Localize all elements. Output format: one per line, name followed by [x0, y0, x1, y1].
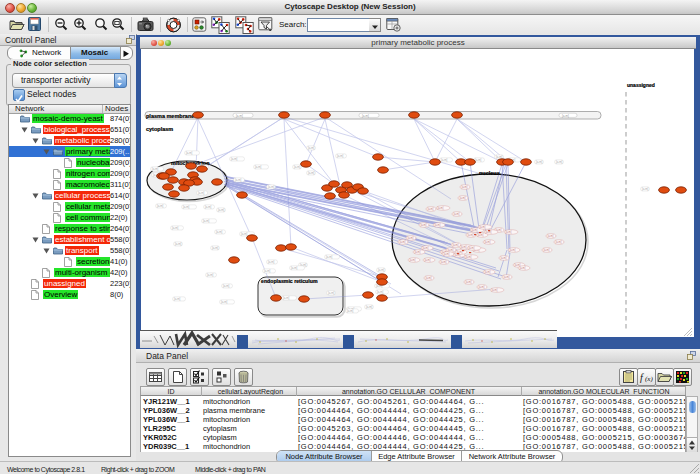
svg-text:[a-m]: [a-m]	[291, 266, 298, 270]
svg-text:[a-m]: [a-m]	[501, 256, 507, 260]
svg-text:[a-m]: [a-m]	[562, 114, 569, 118]
svg-text:[a-m]: [a-m]	[308, 146, 315, 150]
svg-text:[a-m]: [a-m]	[428, 207, 434, 211]
svg-text:[a-m]: [a-m]	[203, 219, 210, 223]
svg-text:[a-m]: [a-m]	[454, 212, 460, 216]
svg-text:[a-m]: [a-m]	[444, 252, 450, 256]
svg-text:[a-m]: [a-m]	[468, 233, 474, 237]
svg-text:[a-m]: [a-m]	[642, 187, 649, 191]
svg-text:[a-m]: [a-m]	[216, 230, 223, 234]
svg-text:[a-m]: [a-m]	[255, 165, 262, 169]
svg-text:[a-m]: [a-m]	[485, 270, 491, 274]
svg-text:f: f	[640, 372, 644, 383]
svg-text:nucleus: nucleus	[479, 170, 500, 176]
svg-text:[a-m]: [a-m]	[544, 248, 550, 252]
svg-text:[a-m]: [a-m]	[448, 248, 454, 252]
svg-text:[a-m]: [a-m]	[400, 240, 406, 244]
svg-text:[a-m]: [a-m]	[453, 243, 459, 247]
svg-text:[a-m]: [a-m]	[308, 171, 315, 175]
svg-text:[a-m]: [a-m]	[469, 246, 475, 250]
svg-text:[a-m]: [a-m]	[441, 158, 448, 162]
svg-text:[a-m]: [a-m]	[362, 114, 369, 118]
svg-text:[a-m]: [a-m]	[466, 255, 472, 259]
svg-text:endoplasmic reticulum: endoplasmic reticulum	[261, 278, 318, 284]
svg-text:unassigned: unassigned	[627, 82, 655, 88]
svg-text:[a-m]: [a-m]	[426, 276, 432, 280]
svg-text:[a-m]: [a-m]	[504, 275, 510, 279]
svg-text:[a-m]: [a-m]	[408, 236, 414, 240]
svg-text:[a-m]: [a-m]	[556, 160, 563, 164]
svg-text:[a-m]: [a-m]	[461, 245, 467, 249]
svg-text:cytoplasm: cytoplasm	[146, 126, 173, 132]
svg-text:[a-m]: [a-m]	[152, 167, 159, 171]
svg-text:[a-m]: [a-m]	[268, 260, 275, 264]
svg-text:[a-m]: [a-m]	[441, 260, 447, 264]
svg-text:[a-m]: [a-m]	[510, 248, 516, 252]
svg-text:[a-m]: [a-m]	[231, 157, 238, 161]
svg-text:[a-m]: [a-m]	[377, 290, 384, 294]
svg-text:[a-m]: [a-m]	[175, 242, 182, 246]
svg-text:[a-m]: [a-m]	[264, 269, 271, 273]
svg-text:[a-m]: [a-m]	[485, 240, 491, 244]
svg-text:[a-m]: [a-m]	[410, 258, 416, 262]
svg-text:[a-m]: [a-m]	[183, 205, 190, 209]
svg-text:[a-m]: [a-m]	[460, 196, 466, 200]
svg-text:[a-m]: [a-m]	[479, 285, 485, 289]
svg-text:[a-m]: [a-m]	[462, 185, 468, 189]
svg-text:[a-m]: [a-m]	[415, 250, 421, 254]
svg-text:[a-m]: [a-m]	[466, 280, 472, 284]
svg-text:[a-m]: [a-m]	[472, 228, 478, 232]
svg-text:[a-m]: [a-m]	[536, 160, 543, 164]
svg-text:[a-m]: [a-m]	[347, 309, 354, 313]
svg-text:[a-m]: [a-m]	[378, 268, 385, 272]
svg-text:[a-m]: [a-m]	[294, 165, 301, 169]
svg-text:[a-m]: [a-m]	[506, 230, 512, 234]
svg-text:[a-m]: [a-m]	[236, 114, 243, 118]
svg-text:[a-m]: [a-m]	[438, 206, 444, 210]
svg-text:[a-m]: [a-m]	[423, 246, 429, 250]
svg-text:[a-m]: [a-m]	[478, 233, 484, 237]
svg-text:[a-m]: [a-m]	[337, 154, 344, 158]
svg-text:[a-m]: [a-m]	[425, 258, 431, 262]
svg-text:[a-m]: [a-m]	[241, 232, 248, 236]
svg-text:[a-m]: [a-m]	[283, 296, 290, 300]
svg-text:plasma membrane: plasma membrane	[146, 113, 194, 119]
svg-text:[a-m]: [a-m]	[435, 223, 441, 227]
svg-text:[a-m]: [a-m]	[186, 151, 193, 155]
svg-text:[a-m]: [a-m]	[492, 288, 498, 292]
svg-text:[a-m]: [a-m]	[172, 226, 179, 230]
svg-text:[a-m]: [a-m]	[475, 158, 482, 162]
svg-text:[a-m]: [a-m]	[221, 300, 228, 304]
svg-text:[a-m]: [a-m]	[556, 240, 562, 244]
svg-text:[a-m]: [a-m]	[268, 185, 275, 189]
svg-text:[a-m]: [a-m]	[198, 191, 205, 195]
svg-text:[a-m]: [a-m]	[235, 178, 242, 182]
svg-text:(x): (x)	[645, 375, 653, 383]
svg-text:[a-m]: [a-m]	[366, 305, 373, 309]
svg-text:[a-m]: [a-m]	[326, 255, 333, 259]
svg-text:[a-m]: [a-m]	[548, 234, 554, 238]
svg-text:[a-m]: [a-m]	[520, 266, 526, 270]
svg-text:[a-m]: [a-m]	[212, 246, 219, 250]
svg-text:[a-m]: [a-m]	[218, 208, 225, 212]
svg-text:[a-m]: [a-m]	[421, 223, 427, 227]
svg-text:[a-m]: [a-m]	[157, 204, 164, 208]
svg-text:[a-m]: [a-m]	[207, 273, 214, 277]
svg-text:[a-m]: [a-m]	[223, 284, 230, 288]
svg-text:[a-m]: [a-m]	[174, 297, 181, 301]
svg-text:[a-m]: [a-m]	[205, 205, 212, 209]
svg-text:[a-m]: [a-m]	[480, 225, 486, 229]
svg-text:[a-m]: [a-m]	[328, 291, 335, 295]
